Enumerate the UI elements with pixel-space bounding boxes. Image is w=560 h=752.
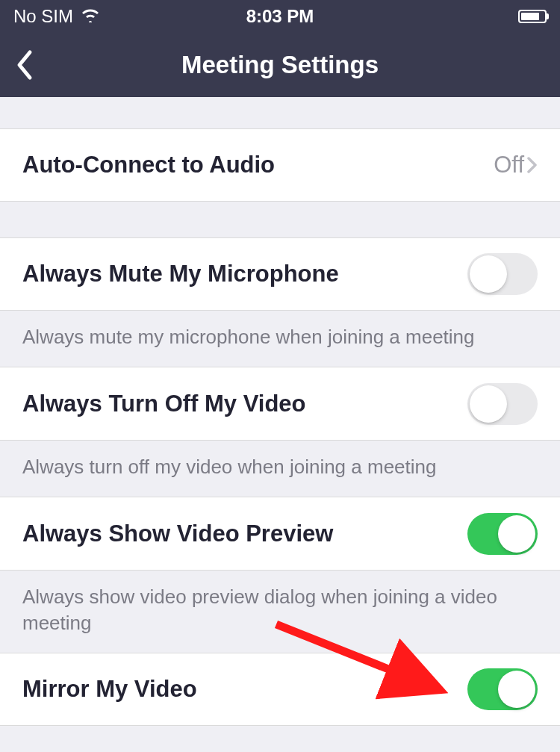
toggle-knob xyxy=(470,385,507,423)
battery-icon xyxy=(518,10,547,23)
status-bar: No SIM 8:03 PM xyxy=(0,0,560,33)
status-time: 8:03 PM xyxy=(246,6,314,27)
section-spacer xyxy=(0,202,560,237)
toggle-knob xyxy=(470,255,507,293)
page-title: Meeting Settings xyxy=(181,51,379,79)
section-spacer xyxy=(0,97,560,128)
show-video-preview-label: Always Show Video Preview xyxy=(22,521,333,547)
mute-microphone-label: Always Mute My Microphone xyxy=(22,261,339,288)
carrier-text: No SIM xyxy=(13,6,73,27)
nav-bar: Meeting Settings xyxy=(0,33,560,97)
auto-connect-audio-value: Off xyxy=(494,152,524,178)
toggle-knob xyxy=(498,515,535,553)
auto-connect-audio-value-wrap: Off xyxy=(494,152,538,178)
status-right xyxy=(518,10,547,23)
show-video-preview-description: Always show video preview dialog when jo… xyxy=(0,571,560,653)
turn-off-video-label: Always Turn Off My Video xyxy=(22,391,306,417)
back-button[interactable] xyxy=(15,49,33,81)
auto-connect-audio-label: Auto-Connect to Audio xyxy=(22,152,275,178)
mirror-video-label: Mirror My Video xyxy=(22,676,197,703)
chevron-left-icon xyxy=(15,49,33,81)
chevron-right-icon xyxy=(527,156,538,174)
show-video-preview-toggle[interactable] xyxy=(467,513,538,555)
wifi-icon xyxy=(81,6,100,27)
turn-off-video-description: Always turn off my video when joining a … xyxy=(0,441,560,497)
mirror-video-toggle[interactable] xyxy=(467,668,538,710)
auto-connect-audio-row[interactable]: Auto-Connect to Audio Off xyxy=(0,128,560,202)
turn-off-video-toggle[interactable] xyxy=(467,383,538,425)
toggle-knob xyxy=(498,671,535,708)
mute-microphone-description: Always mute my microphone when joining a… xyxy=(0,311,560,367)
status-left: No SIM xyxy=(13,6,100,27)
mute-microphone-toggle[interactable] xyxy=(467,253,538,295)
turn-off-video-row: Always Turn Off My Video xyxy=(0,367,560,441)
show-video-preview-row: Always Show Video Preview xyxy=(0,497,560,571)
mirror-video-row: Mirror My Video xyxy=(0,653,560,726)
mute-microphone-row: Always Mute My Microphone xyxy=(0,237,560,311)
